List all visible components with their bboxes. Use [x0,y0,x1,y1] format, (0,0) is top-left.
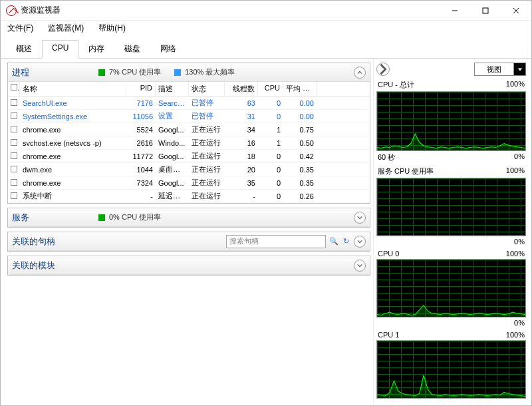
row-checkbox[interactable] [11,99,17,106]
col-name[interactable]: 名称 [20,82,126,96]
cell-desc: Googl... [156,177,189,189]
green-square-icon [98,69,105,76]
modules-header[interactable]: 关联的模块 [8,256,370,275]
row-checkbox[interactable] [11,166,17,172]
col-cpu[interactable]: CPU [258,82,283,96]
cell-threads: 35 [225,177,258,189]
tab-cpu[interactable]: CPU [42,40,78,59]
table-row[interactable]: SearchUI.exe7176Search...已暂停6300.00 [8,97,370,110]
tab-disk[interactable]: 磁盘 [114,40,150,59]
cell-status: 正在运行 [189,176,225,190]
col-threads[interactable]: 线程数 [225,82,258,96]
cell-avg: 0.75 [283,124,317,136]
cell-threads: - [225,190,258,202]
maximize-button[interactable] [470,1,501,21]
cell-status: 正在运行 [189,122,225,136]
cell-name: svchost.exe (netsvcs -p) [20,137,126,149]
handles-search-input[interactable]: 搜索句柄 [226,235,326,248]
col-desc[interactable]: 描述 [156,82,189,96]
processes-panel: 进程 7% CPU 使用率 130% 最大频率 名称 PID 描述 状态 线程数… [7,63,370,204]
menu-file[interactable]: 文件(F) [5,21,36,35]
view-dropdown[interactable]: 视图 [474,63,526,76]
green-square-icon [98,214,105,221]
menubar: 文件(F) 监视器(M) 帮助(H) [1,21,531,35]
chart-cpu-total: CPU - 总计100% 60 秒0% [376,80,526,162]
cell-threads: 34 [225,124,258,136]
expand-button[interactable] [354,260,366,272]
cell-avg: 0.26 [283,190,317,202]
table-row[interactable]: svchost.exe (netsvcs -p)2616Windo...正在运行… [8,136,370,150]
left-pane: 进程 7% CPU 使用率 130% 最大频率 名称 PID 描述 状态 线程数… [1,59,373,406]
cell-cpu: 0 [258,97,283,109]
row-checkbox[interactable] [11,192,17,199]
cell-status: 正在运行 [189,136,225,150]
cell-name: dwm.exe [20,164,126,176]
cell-avg: 0.50 [283,137,317,149]
cell-pid: 11772 [126,150,156,162]
select-all-checkbox[interactable] [11,84,17,91]
cell-pid: 7324 [126,177,156,189]
expand-button[interactable] [354,212,366,224]
cell-desc: 桌面窗... [156,162,189,176]
tab-overview[interactable]: 概述 [6,40,42,59]
cell-pid: 1044 [126,164,156,176]
chart-cpu-total-canvas [376,91,526,151]
processes-title: 进程 [12,67,85,79]
table-row[interactable]: SystemSettings.exe11056设置已暂停3100.00 [8,110,370,123]
services-header[interactable]: 服务 0% CPU 使用率 [8,208,370,227]
minimize-button[interactable] [440,1,470,21]
cell-threads: 20 [225,164,258,176]
cell-cpu: 1 [258,137,283,149]
table-row[interactable]: chrome.exe5524Googl...正在运行3410.75 [8,123,370,136]
expand-button[interactable] [354,236,366,248]
table-row[interactable]: dwm.exe1044桌面窗...正在运行2000.35 [8,163,370,176]
row-checkbox[interactable] [11,179,17,186]
row-checkbox[interactable] [11,112,17,119]
col-avg[interactable]: 平均 C... [283,82,317,96]
nav-button[interactable] [376,63,390,76]
col-pid[interactable]: PID [126,82,156,96]
search-icon[interactable]: 🔍 [329,236,339,247]
cell-desc: Windo... [156,137,189,149]
tab-network[interactable]: 网络 [150,40,186,59]
search-actions: 🔍 ↻ [329,236,351,247]
cell-threads: 16 [225,137,258,149]
max-freq-stat: 130% 最大频率 [174,67,235,77]
table-row[interactable]: 系统中断-延迟过...正在运行-00.26 [8,190,370,203]
handles-panel: 关联的句柄 搜索句柄 🔍 ↻ [7,232,370,252]
cell-status: 已暂停 [189,109,225,123]
col-status[interactable]: 状态 [189,82,225,96]
cell-avg: 0.00 [283,110,317,122]
processes-header[interactable]: 进程 7% CPU 使用率 130% 最大频率 [8,63,370,82]
row-checkbox[interactable] [11,152,17,159]
window-controls [440,1,531,21]
close-button[interactable] [501,1,531,21]
table-row[interactable]: chrome.exe7324Googl...正在运行3500.35 [8,176,370,190]
menu-monitor[interactable]: 监视器(M) [45,21,86,35]
row-checkbox[interactable] [11,139,17,146]
refresh-icon[interactable]: ↻ [340,236,351,247]
tabs: 概述 CPU 内存 磁盘 网络 [1,35,531,59]
row-checkbox[interactable] [11,126,17,132]
chart-service-cpu-canvas [376,178,526,236]
cell-pid: 2616 [126,137,156,149]
cell-desc: Googl... [156,124,189,136]
window-title: 资源监视器 [21,5,61,16]
services-cpu-stat: 0% CPU 使用率 [98,212,161,222]
cpu-usage-stat: 7% CPU 使用率 [98,67,161,77]
tab-memory[interactable]: 内存 [78,40,114,59]
titlebar: 资源监视器 [1,1,531,21]
cell-avg: 0.42 [283,150,317,162]
services-title: 服务 [12,212,85,224]
chart-cpu1: CPU 1100% [376,331,526,399]
cell-threads: 63 [225,97,258,109]
app-icon [6,5,17,16]
cell-status: 正在运行 [189,149,225,163]
cell-cpu: 0 [258,177,283,189]
menu-help[interactable]: 帮助(H) [96,21,128,35]
handles-header[interactable]: 关联的句柄 搜索句柄 🔍 ↻ [8,232,370,251]
modules-title: 关联的模块 [12,260,85,272]
collapse-button[interactable] [354,67,366,79]
cell-cpu: 0 [258,110,283,122]
table-row[interactable]: chrome.exe11772Googl...正在运行1800.42 [8,150,370,163]
